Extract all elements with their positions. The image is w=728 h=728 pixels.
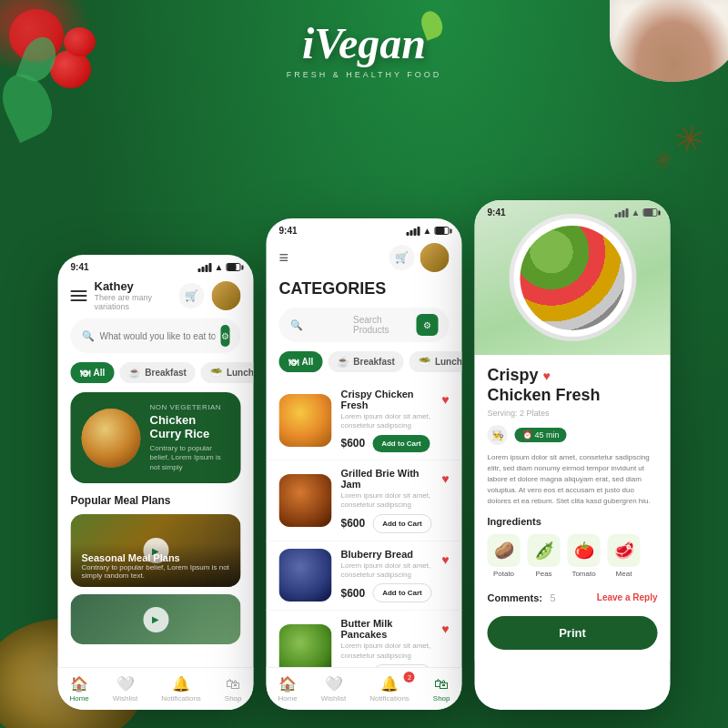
bottom-nav-1: 🏠 Home 🤍 Wishlist 🔔 Notifications 🛍 Shop	[58, 667, 254, 710]
nav-home-2[interactable]: 🏠 Home	[278, 675, 297, 703]
p3-title-row: Crispy ♥ Chicken Fresh	[488, 366, 658, 405]
food-img-2	[279, 474, 332, 527]
tab-breakfast-1[interactable]: ☕ Breakfast	[119, 362, 196, 383]
p2-search-placeholder: Search Products	[353, 315, 411, 335]
food-info-1: Crispy Chicken Fresh Lorem ipsum dolor s…	[341, 389, 433, 452]
p2-menu-icon[interactable]: ≡	[279, 248, 289, 268]
status-icons-2: ▲	[407, 226, 450, 236]
food-name-3: Bluberry Bread	[341, 549, 433, 560]
meat-icon: 🥩	[608, 534, 641, 567]
category-tabs-1: 🍽 All ☕ Breakfast 🥗 Lunch	[58, 362, 254, 392]
heart-2[interactable]: ♥	[441, 471, 449, 486]
battery-icon-3	[643, 208, 658, 217]
potato-icon: 🥔	[488, 534, 521, 567]
signal-icon-3	[615, 208, 629, 217]
nav-home-1[interactable]: 🏠 Home	[69, 675, 88, 703]
phone-categories: 9:41 ▲ ≡ 🛒	[267, 218, 462, 710]
nav-wishlist-2[interactable]: 🤍 Wishlist	[321, 675, 347, 703]
menu-icon[interactable]	[71, 290, 87, 301]
food-name-2: Grilled Brie With Jam	[341, 468, 433, 490]
featured-desc: Contrary to popular belief, Lorem Ipsum …	[150, 444, 230, 472]
peas-icon: 🫛	[528, 534, 561, 567]
food-item-2[interactable]: Grilled Brie With Jam Lorem ipsum dolor …	[267, 460, 462, 541]
featured-img	[82, 409, 141, 468]
search-bar-1[interactable]: 🔍 ⚙	[71, 318, 241, 353]
meal-plan-card-large[interactable]: ▶ Seasonal Meal Plans Contrary to popula…	[71, 514, 241, 587]
print-button[interactable]: Print	[488, 616, 658, 650]
signal-icon-2	[407, 227, 420, 236]
bg-bowl	[610, 0, 728, 82]
leave-reply-link[interactable]: Leave a Reply	[597, 592, 658, 602]
search-input-1[interactable]	[100, 331, 216, 341]
wifi-icon-1: ▲	[215, 262, 224, 272]
battery-icon-1	[227, 263, 241, 271]
p1-header: Kathey There are many variations 🛒	[58, 276, 254, 318]
food-img-1	[279, 394, 332, 447]
status-time-1: 9:41	[71, 262, 89, 272]
food-item-3[interactable]: Bluberry Bread Lorem ipsum dolor sit ame…	[267, 541, 462, 612]
heart-3[interactable]: ♥	[441, 552, 449, 567]
food-name-1: Crispy Chicken Fresh	[341, 389, 433, 410]
add-cart-btn-2[interactable]: Add to Cart	[372, 514, 432, 533]
notification-badge: 2	[404, 672, 415, 682]
p2-header: ≡ 🛒	[267, 239, 462, 279]
popular-title: Popular Meal Plans	[58, 494, 254, 514]
food-item-1[interactable]: Crispy Chicken Fresh Lorem ipsum dolor s…	[267, 381, 462, 460]
play-btn-small[interactable]: ▶	[143, 607, 168, 632]
food-desc-2: Lorem ipsum dolor sit amet, consetetur s…	[341, 491, 433, 511]
status-bar-3: 9:41 ▲	[475, 200, 671, 221]
chef-icon: 👨‍🍳	[488, 425, 508, 445]
nav-shop-1[interactable]: 🛍 Shop	[225, 676, 242, 703]
nav-notifications-2[interactable]: 🔔 2 Notifications	[369, 675, 410, 703]
p2-cart-icon[interactable]: 🛒	[389, 245, 415, 270]
tab-all-2[interactable]: 🍽 All	[279, 351, 323, 372]
nav-notifications-1[interactable]: 🔔 Notifications	[161, 675, 201, 703]
wifi-icon-2: ▲	[423, 226, 432, 236]
heart-1[interactable]: ♥	[441, 392, 449, 407]
tab-breakfast-2[interactable]: ☕ Breakfast	[328, 351, 404, 372]
tab-lunch-2[interactable]: 🥗 Lunch	[410, 351, 462, 372]
tomato-icon: 🍅	[568, 534, 601, 567]
tab-all-1[interactable]: 🍽 All	[71, 362, 115, 383]
add-cart-btn-1[interactable]: Add to Cart	[372, 435, 430, 452]
comments-count: 5	[550, 592, 555, 603]
p2-avatar[interactable]	[420, 243, 450, 272]
phones-container: 9:41 ▲ Kathey	[58, 200, 671, 710]
food-price-1: $600	[341, 437, 366, 450]
phone-home: 9:41 ▲ Kathey	[58, 255, 254, 710]
p3-title-block: Crispy ♥ Chicken Fresh	[488, 366, 601, 405]
food-info-3: Bluberry Bread Lorem ipsum dolor sit ame…	[341, 549, 433, 603]
p2-filter-btn[interactable]: ⚙	[417, 314, 439, 336]
categories-title: CATEGORIES	[267, 279, 462, 308]
add-cart-btn-3[interactable]: Add to Cart	[372, 583, 432, 602]
wifi-icon-3: ▲	[632, 207, 641, 217]
food-img-3	[279, 549, 332, 602]
ingredient-peas: 🫛 Peas	[528, 534, 561, 578]
heart-4[interactable]: ♥	[441, 622, 449, 636]
nav-shop-2[interactable]: 🛍 Shop	[433, 676, 450, 703]
p2-search-bar[interactable]: 🔍 Search Products ⚙	[279, 308, 450, 342]
p3-time-badge: ⏰ 45 min	[515, 428, 567, 442]
tab-lunch-1[interactable]: 🥗 Lunch	[201, 362, 254, 383]
featured-card[interactable]: NON VEGETERIAN Chicken Curry Rice Contra…	[71, 392, 241, 483]
user-name: Kathey	[95, 279, 172, 293]
p3-meta: 👨‍🍳 ⏰ 45 min	[488, 425, 658, 445]
p3-title-line2: Chicken Fresh	[488, 386, 601, 406]
cart-icon[interactable]: 🛒	[179, 283, 205, 308]
user-avatar[interactable]	[212, 281, 241, 310]
category-tabs-2: 🍽 All ☕ Breakfast 🥗 Lunch	[267, 351, 462, 381]
status-time-3: 9:41	[488, 207, 506, 217]
greeting-section: Kathey There are many variations	[87, 279, 179, 311]
status-bar-2: 9:41 ▲	[267, 218, 462, 239]
tomato-label: Tomato	[571, 570, 595, 578]
food-desc-3: Lorem ipsum dolor sit amet, consetetur s…	[341, 561, 433, 581]
meal-plan-card-small[interactable]: ▶	[71, 594, 241, 644]
ingredient-meat: 🥩 Meat	[608, 534, 641, 578]
food-price-3: $600	[341, 587, 366, 600]
p3-title-line1: Crispy ♥	[488, 366, 601, 386]
meal-plan-name: Seasonal Meal Plans	[82, 552, 230, 563]
ingredients-title: Ingredients	[488, 516, 658, 527]
filter-btn-1[interactable]: ⚙	[221, 325, 230, 347]
signal-icon-1	[198, 263, 212, 272]
nav-wishlist-1[interactable]: 🤍 Wishlist	[113, 675, 138, 703]
